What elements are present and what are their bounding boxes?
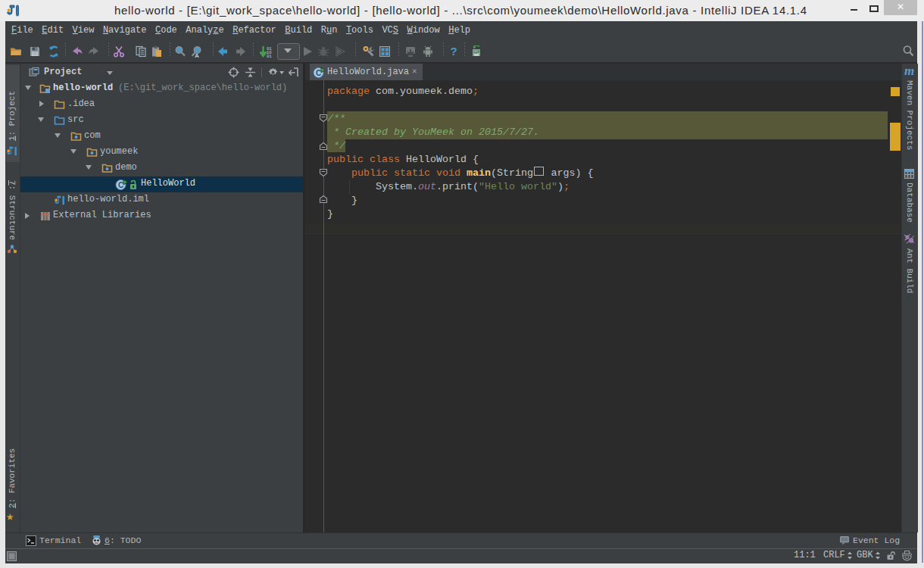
svg-text:A: A (195, 52, 199, 58)
svg-text:01: 01 (267, 54, 272, 58)
svg-text:C: C (316, 69, 321, 77)
svg-text:C: C (118, 180, 123, 189)
